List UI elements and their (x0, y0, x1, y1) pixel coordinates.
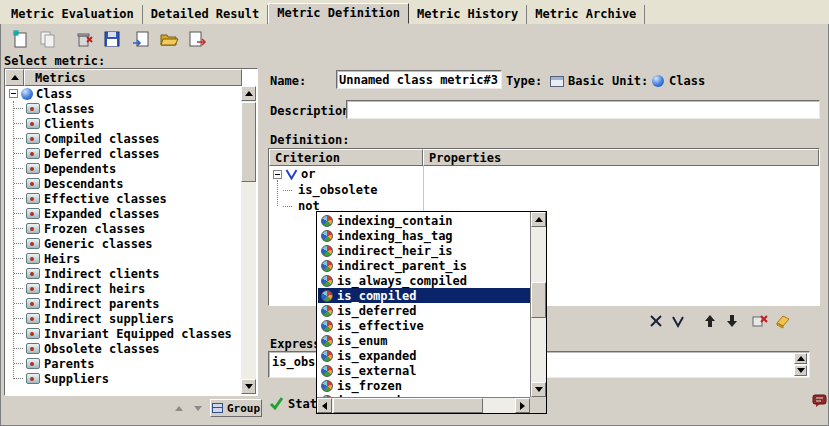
dropdown-item-label: is_deferred (337, 304, 416, 318)
definition-label: Definition: (270, 133, 349, 147)
remove-criterion-button[interactable] (750, 311, 770, 331)
tab[interactable]: Metric Evaluation (3, 5, 143, 24)
tree-item[interactable]: Frozen classes (6, 221, 241, 236)
tree-item[interactable]: Parents (6, 356, 241, 371)
dropdown-item[interactable]: is_expanded (318, 348, 530, 363)
name-input[interactable] (336, 70, 502, 89)
tab[interactable]: Detailed Result (143, 5, 268, 24)
sort-column-button[interactable] (5, 69, 24, 86)
move-down-icon (724, 313, 740, 329)
delete-metric-button[interactable] (72, 27, 96, 51)
dropdown-item[interactable]: is_enum (318, 333, 530, 348)
tree-guide-line (13, 101, 14, 379)
expression-scrollbar[interactable] (794, 353, 808, 376)
move-metric-up-button[interactable] (170, 400, 187, 416)
tree-item[interactable]: Indirect suppliers (6, 311, 241, 326)
tree-branch (283, 190, 292, 191)
cross-operator-button[interactable] (646, 311, 666, 331)
tree-item[interactable]: Obsolete classes (6, 341, 241, 356)
collapse-icon[interactable] (273, 170, 282, 179)
tree-item[interactable]: Effective classes (6, 191, 241, 206)
description-input[interactable] (346, 100, 820, 119)
metric-icon (26, 223, 40, 234)
move-metric-down-button[interactable] (189, 400, 206, 416)
copy-metric-button[interactable] (35, 27, 59, 51)
tree-scrollbar[interactable] (241, 86, 256, 394)
save-metric-button[interactable] (100, 27, 124, 51)
metric-tree-panel: Metrics Class Classes (4, 68, 258, 396)
tree-item-class-unit[interactable]: Class (6, 86, 241, 101)
dropdown-item[interactable]: indexing_has_tag (318, 228, 530, 243)
criterion-dropdown-list: indexing_contain indexing_has_tag indire… (318, 213, 530, 397)
properties-column-header[interactable]: Properties (423, 149, 819, 166)
tree-item[interactable]: Indirect heirs (6, 281, 241, 296)
new-metric-button[interactable] (7, 27, 31, 51)
scroll-up-button[interactable] (794, 353, 807, 364)
dropdown-item[interactable]: is_effective (318, 318, 530, 333)
scrollbar-thumb[interactable] (531, 282, 546, 318)
sort-ascending-icon (11, 75, 19, 80)
dropdown-item[interactable]: is_deferred (318, 303, 530, 318)
scroll-left-button[interactable] (317, 398, 332, 413)
scroll-up-button[interactable] (241, 86, 256, 101)
open-metric-file-button[interactable] (157, 27, 181, 51)
move-criterion-down-button[interactable] (722, 311, 742, 331)
tree-item[interactable]: Dependents (6, 161, 241, 176)
tab[interactable]: Metric Archive (527, 5, 645, 24)
scroll-down-button[interactable] (241, 379, 256, 394)
criterion-column-header[interactable]: Criterion (269, 149, 423, 166)
tree-item[interactable]: Descendants (6, 176, 241, 191)
criterion-row-is-obsolete[interactable]: is_obsolete (269, 182, 819, 198)
collapse-icon[interactable] (9, 89, 18, 98)
dropdown-item[interactable]: is_always_compiled (318, 273, 530, 288)
tree-item[interactable]: Deferred classes (6, 146, 241, 161)
import-metrics-button[interactable] (129, 27, 153, 51)
criterion-icon (321, 365, 333, 377)
tree-header: Metrics (5, 69, 242, 86)
tree-item[interactable]: Compiled classes (6, 131, 241, 146)
name-label: Name: (270, 74, 306, 88)
tree-item[interactable]: Suppliers (6, 371, 241, 386)
tree-item-label: Class (36, 87, 72, 101)
tab-bar: Metric Evaluation Detailed Result Metric… (3, 3, 645, 24)
dropdown-vertical-scrollbar[interactable] (530, 212, 546, 397)
metric-icon (26, 313, 40, 324)
tab[interactable]: Metric Definition (268, 3, 409, 24)
scroll-right-button[interactable] (515, 398, 530, 413)
group-button[interactable]: Group (210, 399, 262, 417)
dropdown-item[interactable]: is_compiled (318, 288, 530, 303)
scroll-down-button[interactable] (794, 365, 807, 376)
tree-item[interactable]: Indirect clients (6, 266, 241, 281)
dropdown-item-label: is_always_compiled (337, 274, 467, 288)
comment-button[interactable] (812, 393, 827, 408)
tree-item[interactable]: Invariant Equipped classes (6, 326, 241, 341)
criterion-row-or[interactable]: or (269, 166, 819, 182)
scrollbar-thumb[interactable] (241, 102, 256, 182)
tab-label: Metric Archive (535, 7, 636, 21)
tree-item[interactable]: Indirect parents (6, 296, 241, 311)
export-metrics-button[interactable] (185, 27, 209, 51)
metric-icon (26, 208, 40, 219)
dropdown-item[interactable]: indirect_heir_is (318, 243, 530, 258)
tab[interactable]: Metric History (409, 5, 527, 24)
metrics-column-header[interactable]: Metrics (24, 69, 242, 86)
tree-item[interactable]: Generic classes (6, 236, 241, 251)
tree-item[interactable]: Classes (6, 101, 241, 116)
scrollbar-thumb[interactable] (333, 398, 483, 413)
dropdown-horizontal-scrollbar[interactable] (317, 397, 530, 413)
or-operator-button[interactable] (668, 311, 688, 331)
move-criterion-up-button[interactable] (700, 311, 720, 331)
scroll-down-button[interactable] (531, 382, 546, 397)
dropdown-item[interactable]: is_frozen (318, 378, 530, 393)
tree-item[interactable]: Heirs (6, 251, 241, 266)
metric-icon (26, 193, 40, 204)
dropdown-item[interactable]: indirect_parent_is (318, 258, 530, 273)
dropdown-item[interactable]: is_external (318, 363, 530, 378)
dropdown-item[interactable]: indexing_contain (318, 213, 530, 228)
dropdown-item-label: indirect_parent_is (337, 259, 467, 273)
tree-item[interactable]: Expanded classes (6, 206, 241, 221)
scroll-up-button[interactable] (531, 212, 546, 227)
tree-item[interactable]: Clients (6, 116, 241, 131)
tree-branch (14, 333, 23, 334)
clear-definition-button[interactable] (772, 311, 792, 331)
